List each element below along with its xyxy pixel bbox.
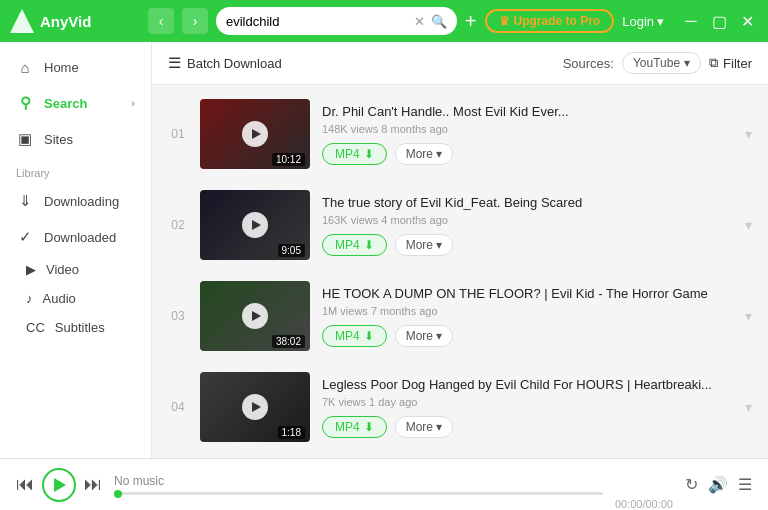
download-icon: ⬇	[364, 147, 374, 161]
sidebar-item-downloading[interactable]: ⇓ Downloading	[0, 183, 151, 219]
audio-icon: ♪	[26, 291, 33, 306]
result-title: Dr. Phil Can't Handle.. Most Evil Kid Ev…	[322, 104, 733, 119]
sidebar-item-search[interactable]: ⚲ Search ›	[0, 85, 151, 121]
maximize-button[interactable]: ▢	[708, 10, 730, 32]
back-button[interactable]: ‹	[148, 8, 174, 34]
result-number: 01	[168, 127, 188, 141]
sources-label: Sources:	[563, 56, 614, 71]
more-button[interactable]: More ▾	[395, 325, 453, 347]
filter-button[interactable]: ⧉ Filter	[709, 55, 752, 71]
content-area: ☰ Batch Download Sources: YouTube ▾ ⧉ Fi…	[152, 42, 768, 458]
login-button[interactable]: Login ▾	[622, 14, 664, 29]
subtitles-icon: CC	[26, 320, 45, 335]
result-arrow-icon: ▾	[745, 126, 752, 142]
play-triangle-icon	[252, 220, 261, 230]
mp4-download-button[interactable]: MP4 ⬇	[322, 234, 387, 256]
download-icon: ⬇	[364, 329, 374, 343]
repeat-button[interactable]: ↻	[685, 475, 698, 494]
result-actions: MP4 ⬇ More ▾	[322, 234, 733, 256]
play-triangle-icon	[252, 129, 261, 139]
upgrade-button[interactable]: ♛ Upgrade to Pro	[485, 9, 615, 33]
result-title: Legless Poor Dog Hanged by Evil Child Fo…	[322, 377, 733, 392]
mp4-download-button[interactable]: MP4 ⬇	[322, 143, 387, 165]
result-meta: 148K views 8 months ago	[322, 123, 733, 135]
list-item: 04 1:18 Legless Poor Dog Hanged by Evil …	[152, 362, 768, 453]
batch-icon: ☰	[168, 54, 181, 72]
result-arrow-icon: ▾	[745, 308, 752, 324]
track-info: No music	[114, 474, 603, 495]
sidebar-item-subtitles-label: Subtitles	[55, 320, 105, 335]
mp4-label: MP4	[335, 238, 360, 252]
mp4-label: MP4	[335, 420, 360, 434]
add-tab-button[interactable]: +	[465, 10, 477, 33]
sidebar-item-video[interactable]: ▶ Video	[0, 255, 151, 284]
mp4-download-button[interactable]: MP4 ⬇	[322, 325, 387, 347]
more-chevron-icon: ▾	[436, 329, 442, 343]
sidebar-item-home[interactable]: ⌂ Home	[0, 50, 151, 85]
next-button[interactable]: ⏭	[84, 474, 102, 495]
batch-download-label: Batch Download	[187, 56, 282, 71]
thumbnail[interactable]: 1:18	[200, 372, 310, 442]
more-button[interactable]: More ▾	[395, 234, 453, 256]
play-pause-button[interactable]	[42, 468, 76, 502]
result-title: HE TOOK A DUMP ON THE FLOOR? | Evil Kid …	[322, 286, 733, 301]
track-name: No music	[114, 474, 603, 488]
close-button[interactable]: ✕	[736, 10, 758, 32]
more-label: More	[406, 147, 433, 161]
more-label: More	[406, 420, 433, 434]
mp4-label: MP4	[335, 147, 360, 161]
mp4-download-button[interactable]: MP4 ⬇	[322, 416, 387, 438]
login-label: Login	[622, 14, 654, 29]
thumbnail[interactable]: 10:12	[200, 99, 310, 169]
previous-button[interactable]: ⏮	[16, 474, 34, 495]
search-icon[interactable]: 🔍	[431, 14, 447, 29]
minimize-button[interactable]: ─	[680, 10, 702, 32]
more-button[interactable]: More ▾	[395, 416, 453, 438]
download-icon: ⬇	[364, 420, 374, 434]
sidebar-item-sites-label: Sites	[44, 132, 73, 147]
source-chevron-icon: ▾	[684, 56, 690, 70]
chevron-right-icon: ›	[131, 97, 135, 109]
progress-bar[interactable]	[114, 492, 603, 495]
more-button[interactable]: More ▾	[395, 143, 453, 165]
sidebar-item-sites[interactable]: ▣ Sites	[0, 121, 151, 157]
sidebar-item-subtitles[interactable]: CC Subtitles	[0, 313, 151, 342]
sidebar-item-search-label: Search	[44, 96, 87, 111]
clear-search-icon[interactable]: ✕	[414, 14, 425, 29]
app-name: AnyVid	[40, 13, 91, 30]
mp4-label: MP4	[335, 329, 360, 343]
result-meta: 7K views 1 day ago	[322, 396, 733, 408]
downloaded-icon: ✓	[16, 228, 34, 246]
source-value: YouTube	[633, 56, 680, 70]
more-chevron-icon: ▾	[436, 238, 442, 252]
result-actions: MP4 ⬇ More ▾	[322, 143, 733, 165]
sidebar-item-video-label: Video	[46, 262, 79, 277]
thumbnail[interactable]: 9:05	[200, 190, 310, 260]
volume-button[interactable]: 🔊	[708, 475, 728, 494]
forward-button[interactable]: ›	[182, 8, 208, 34]
sidebar-item-downloaded[interactable]: ✓ Downloaded	[0, 219, 151, 255]
batch-download-button[interactable]: ☰ Batch Download	[168, 54, 282, 72]
logo-icon	[10, 9, 34, 33]
source-selector[interactable]: YouTube ▾	[622, 52, 701, 74]
thumbnail[interactable]: 38:02	[200, 281, 310, 351]
search-input[interactable]: evildchild	[226, 14, 408, 29]
play-circle	[242, 212, 268, 238]
playlist-button[interactable]: ☰	[738, 475, 752, 494]
logo: AnyVid	[10, 9, 140, 33]
play-triangle-icon	[252, 311, 261, 321]
sidebar: ⌂ Home ⚲ Search › ▣ Sites Library ⇓ Down…	[0, 42, 152, 458]
results-list: 01 10:12 Dr. Phil Can't Handle.. Most Ev…	[152, 85, 768, 458]
result-title: The true story of Evil Kid_Feat. Being S…	[322, 195, 733, 210]
chevron-down-icon: ▾	[657, 14, 664, 29]
result-number: 04	[168, 400, 188, 414]
sidebar-item-audio[interactable]: ♪ Audio	[0, 284, 151, 313]
downloading-icon: ⇓	[16, 192, 34, 210]
result-meta: 1M views 7 months ago	[322, 305, 733, 317]
upgrade-label: Upgrade to Pro	[514, 14, 601, 28]
result-arrow-icon: ▾	[745, 217, 752, 233]
result-info: The true story of Evil Kid_Feat. Being S…	[322, 195, 733, 256]
library-section-label: Library	[0, 157, 151, 183]
result-meta: 163K views 4 months ago	[322, 214, 733, 226]
play-circle	[242, 303, 268, 329]
